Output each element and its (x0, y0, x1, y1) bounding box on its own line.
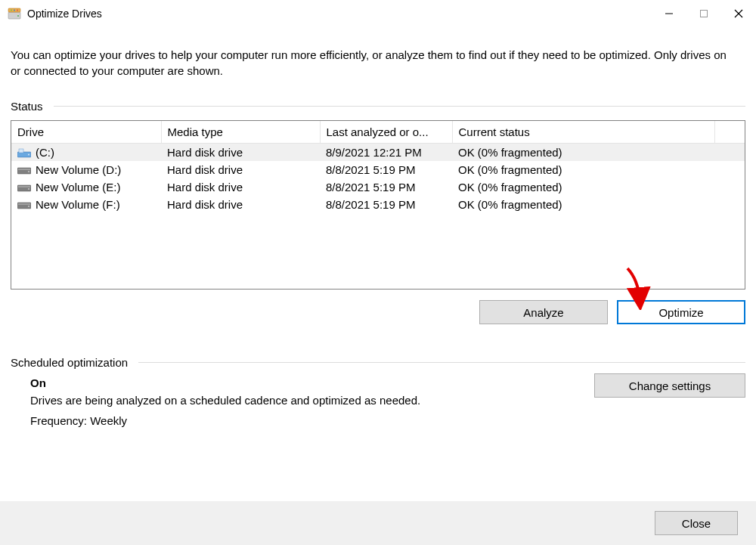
drive-name: (C:) (36, 146, 54, 159)
drive-media: Hard disk drive (161, 196, 320, 213)
svg-rect-17 (18, 186, 30, 187)
divider (138, 362, 745, 363)
analyze-button[interactable]: Analyze (479, 300, 608, 324)
maximize-button[interactable] (686, 0, 721, 27)
svg-rect-14 (18, 169, 30, 170)
svg-point-4 (17, 10, 18, 11)
drive-icon (17, 200, 31, 210)
drive-name: New Volume (F:) (36, 198, 120, 211)
drive-status: OK (0% fragmented) (452, 161, 714, 178)
table-row[interactable]: (C:)Hard disk drive8/9/2021 12:21 PMOK (… (11, 144, 745, 162)
status-section-header: Status (11, 100, 745, 113)
change-settings-button[interactable]: Change settings (594, 373, 745, 398)
col-status[interactable]: Current status (452, 121, 714, 144)
minimize-button[interactable] (652, 0, 686, 27)
svg-point-21 (28, 206, 29, 207)
drive-last: 8/9/2021 12:21 PM (320, 144, 452, 162)
drive-media: Hard disk drive (161, 161, 320, 178)
table-row[interactable]: New Volume (E:)Hard disk drive8/8/2021 5… (11, 178, 745, 196)
optimize-button[interactable]: Optimize (617, 300, 745, 324)
window-title: Optimize Drives (27, 8, 102, 20)
svg-point-18 (28, 188, 29, 190)
drive-table[interactable]: Drive Media type Last analyzed or o... C… (11, 120, 745, 290)
col-last[interactable]: Last analyzed or o... (320, 121, 452, 144)
svg-point-5 (17, 15, 19, 17)
drive-name: New Volume (D:) (36, 163, 121, 176)
scheduled-frequency: Frequency: Weekly (30, 414, 745, 427)
drive-icon (17, 147, 31, 158)
app-icon (8, 7, 21, 20)
drive-media: Hard disk drive (161, 144, 320, 162)
drive-media: Hard disk drive (161, 178, 320, 196)
table-row[interactable]: New Volume (F:)Hard disk drive8/8/2021 5… (11, 196, 745, 213)
scheduled-section-header: Scheduled optimization (11, 356, 745, 369)
svg-point-12 (28, 153, 29, 155)
divider (54, 106, 745, 107)
svg-point-3 (14, 10, 15, 11)
svg-rect-20 (18, 203, 30, 205)
drive-name: New Volume (E:) (36, 181, 121, 194)
svg-rect-11 (19, 149, 23, 153)
table-row[interactable]: New Volume (D:)Hard disk drive8/8/2021 5… (11, 161, 745, 178)
svg-rect-7 (701, 11, 708, 17)
col-spacer (714, 121, 745, 144)
col-media[interactable]: Media type (161, 121, 320, 144)
close-window-button[interactable]: Close (655, 511, 738, 535)
drive-status: OK (0% fragmented) (452, 144, 714, 162)
svg-point-15 (28, 171, 29, 172)
svg-point-2 (11, 10, 12, 11)
drive-status: OK (0% fragmented) (452, 196, 714, 213)
status-label: Status (11, 100, 43, 113)
drive-last: 8/8/2021 5:19 PM (320, 178, 452, 196)
drive-icon (17, 165, 31, 175)
col-drive[interactable]: Drive (11, 121, 161, 144)
titlebar: Optimize Drives (0, 0, 756, 27)
scheduled-label: Scheduled optimization (11, 356, 128, 369)
drive-icon (17, 182, 31, 193)
description-text: You can optimize your drives to help you… (11, 47, 745, 79)
window-controls (652, 0, 756, 27)
close-button[interactable] (721, 0, 756, 27)
drive-last: 8/8/2021 5:19 PM (320, 161, 452, 178)
drive-last: 8/8/2021 5:19 PM (320, 196, 452, 213)
footer: Close (0, 501, 756, 545)
drive-status: OK (0% fragmented) (452, 178, 714, 196)
